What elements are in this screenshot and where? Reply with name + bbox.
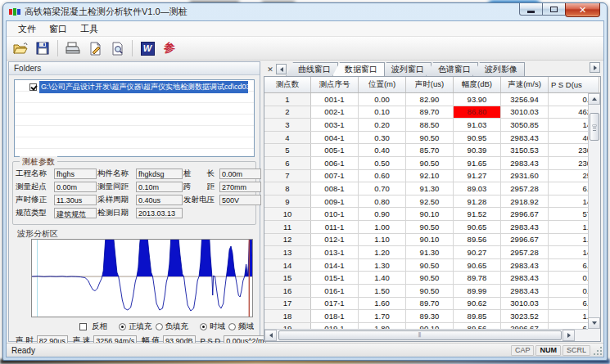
print-button[interactable] [63, 38, 83, 58]
table-cell[interactable]: 0.00 [549, 93, 588, 106]
table-cell[interactable]: 006-1 [311, 157, 359, 169]
table-cell[interactable]: 89.85 [454, 310, 501, 322]
param-value-field[interactable]: 2013.03.13 [136, 208, 183, 218]
table-cell[interactable]: 1.20 [359, 246, 406, 258]
table-cell[interactable]: 91.28 [454, 195, 501, 208]
maximize-button[interactable] [543, 3, 565, 16]
table-row[interactable]: 8008-10.7091.3089.032957.286.40 [264, 182, 588, 195]
table-cell[interactable]: 015-1 [311, 272, 359, 284]
table-cell[interactable]: 2983.43 [501, 157, 549, 169]
tab-数据窗口[interactable]: 数据窗口 [332, 62, 385, 76]
radio-icon[interactable] [119, 323, 126, 330]
param-value-field[interactable]: 0.00m [219, 169, 261, 179]
table-cell[interactable]: 001-1 [311, 93, 359, 106]
folders-list[interactable]: G:\公司产品设计开发\超声仪器\超声仪实地检测数据调试cd\cd03\cd03… [14, 79, 255, 157]
table-cell[interactable]: 0.00 [359, 93, 406, 106]
table-row[interactable]: 1001-10.0082.9093.903256.940.00 [264, 93, 588, 106]
resize-grip[interactable] [593, 346, 603, 356]
table-cell[interactable]: 90.65 [454, 221, 501, 233]
table-cell[interactable]: 90.10 [406, 208, 454, 220]
table-cell[interactable]: 5 [264, 144, 311, 156]
table-cell[interactable]: 91.03 [454, 119, 501, 131]
table-cell[interactable]: 1.10 [359, 234, 406, 246]
tab-scroll-right-button[interactable] [590, 62, 600, 73]
table-cell[interactable]: 009-1 [311, 195, 359, 208]
table-cell[interactable]: 91.52 [454, 208, 501, 220]
table-cell[interactable]: 93.90 [454, 93, 501, 106]
table-cell[interactable]: 19 [264, 323, 311, 329]
table-cell[interactable]: 012-1 [311, 234, 359, 246]
table-cell[interactable]: 1.30 [359, 259, 406, 272]
table-cell[interactable]: 2957.28 [501, 182, 549, 195]
table-cell[interactable]: 89.78 [454, 272, 501, 284]
folder-item-label[interactable]: G:\公司产品设计开发\超声仪器\超声仪实地检测数据调试cd\cd03\cd03… [39, 81, 248, 93]
table-cell[interactable]: 2983.43 [501, 132, 549, 144]
param-value-field[interactable]: 270mm [219, 182, 261, 192]
table-cell[interactable]: 10 [264, 208, 311, 220]
waveform-canvas[interactable] [31, 239, 253, 317]
table-cell[interactable]: 85.70 [406, 144, 454, 156]
menu-item-文件[interactable]: 文件 [11, 21, 43, 37]
table-cell[interactable]: 91.30 [406, 182, 454, 195]
table-cell[interactable]: 14.4 [549, 195, 588, 208]
folder-item[interactable]: G:\公司产品设计开发\超声仪器\超声仪实地检测数据调试cd\cd03\cd03… [29, 81, 254, 92]
table-cell[interactable]: 0.70 [359, 182, 406, 195]
table-cell[interactable]: 011-1 [311, 221, 359, 233]
table-cell[interactable]: 0.00 [549, 272, 588, 284]
table-row[interactable]: 5005-10.4085.7090.393150.53230.4 [264, 144, 588, 157]
tab-色谱窗口[interactable]: 色谱窗口 [426, 62, 478, 76]
scroll-left-button[interactable] [264, 330, 277, 341]
table-cell[interactable]: 57.6 [549, 208, 588, 220]
table-cell[interactable]: 3010.03 [501, 298, 549, 310]
table-header-cell[interactable]: 幅度(dB) [454, 77, 501, 92]
table-cell[interactable]: 007-1 [311, 170, 359, 182]
table-cell[interactable]: 18 [264, 310, 311, 322]
table-row[interactable]: 4004-10.3090.5090.952983.4340.0 [264, 132, 588, 145]
folder-checkbox[interactable] [29, 83, 37, 91]
table-header-cell[interactable]: P S D(us [549, 77, 599, 92]
table-cell[interactable]: 010-1 [311, 208, 359, 220]
control-频域[interactable]: 频域 [228, 321, 254, 332]
folders-panel-header[interactable]: Folders [9, 62, 260, 75]
table-cell[interactable]: 230.4 [549, 144, 588, 156]
table-cell[interactable]: 90.50 [406, 272, 454, 284]
table-cell[interactable]: 2996.67 [501, 208, 549, 220]
table-cell[interactable]: 90.95 [454, 132, 501, 144]
table-cell[interactable]: 9 [264, 195, 311, 208]
table-cell[interactable]: 89.70 [406, 106, 454, 119]
word-export-button[interactable]: W [138, 38, 157, 58]
scroll-up-button[interactable] [588, 93, 600, 105]
table-cell[interactable]: 0.20 [359, 119, 406, 131]
table-cell[interactable]: 11 [264, 221, 311, 233]
table-cell[interactable]: 2983.43 [501, 221, 549, 233]
table-cell[interactable]: 1.60 [549, 310, 588, 322]
param-value-field[interactable]: fhgkdsg [136, 169, 183, 179]
table-row[interactable]: 17017-11.6089.7090.623010.036.40 [264, 298, 588, 311]
table-cell[interactable]: 019-1 [311, 323, 359, 329]
vertical-scroll-thumb[interactable] [590, 113, 599, 141]
table-row[interactable]: 13013-11.2091.3090.272957.2814.4 [264, 246, 588, 259]
table-cell[interactable]: 013-1 [311, 246, 359, 258]
table-cell[interactable]: 90.62 [454, 298, 501, 310]
control-负填充[interactable]: 负填充 [156, 321, 189, 332]
table-cell[interactable]: 14.4 [549, 246, 588, 258]
table-cell[interactable]: 7 [264, 170, 311, 182]
table-row[interactable]: 14014-11.3090.5090.652983.436.40 [264, 259, 588, 272]
table-cell[interactable]: 6.40 [549, 182, 588, 195]
table-cell[interactable]: 82.90 [406, 93, 454, 106]
table-cell[interactable]: 1.80 [359, 323, 406, 329]
table-cell[interactable]: 2983.43 [501, 272, 549, 284]
table-cell[interactable]: 89.70 [406, 298, 454, 310]
table-cell[interactable]: 4 [264, 132, 311, 144]
table-cell[interactable]: 91.27 [454, 170, 501, 182]
control-时域[interactable]: 时域 [200, 321, 225, 332]
table-cell[interactable]: 005-1 [311, 144, 359, 156]
open-button[interactable] [11, 38, 30, 58]
tab-波列影像[interactable]: 波列影像 [472, 62, 525, 76]
radio-icon[interactable] [156, 323, 163, 330]
horizontal-scrollbar[interactable] [264, 329, 588, 341]
tab-波列窗口[interactable]: 波列窗口 [379, 62, 432, 76]
save-button[interactable] [33, 38, 52, 58]
table-cell[interactable]: 0.30 [359, 132, 406, 144]
table-cell[interactable]: 88.50 [406, 119, 454, 131]
